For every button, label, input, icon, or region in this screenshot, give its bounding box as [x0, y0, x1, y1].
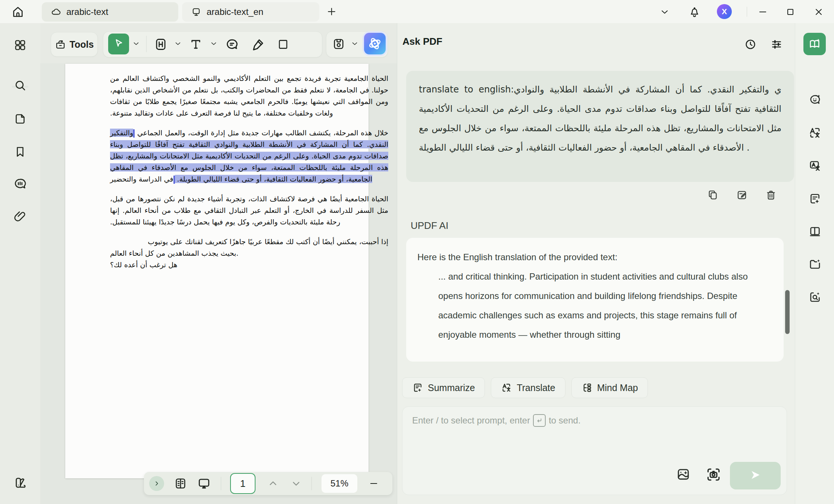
maximize-button[interactable] — [784, 6, 797, 18]
doc-paragraph-2-pre: خلال هذه المرحلة، يكتشف الطالب مهارات جد… — [135, 129, 388, 137]
message-actions — [707, 189, 777, 201]
presentation-mode-icon[interactable] — [197, 476, 211, 491]
close-button[interactable] — [812, 6, 825, 18]
placeholder-after: to send. — [549, 415, 580, 426]
tab-label: arabic-text_en — [207, 7, 263, 17]
screenshot-camera-icon[interactable] — [705, 466, 722, 483]
thumbnails-grid-icon[interactable] — [13, 38, 27, 52]
edit-text-chevron-icon[interactable] — [174, 40, 182, 48]
pager-divider — [221, 477, 221, 490]
pdf-viewer: الحياة الجامعية تجربة فريدة تجمع بين الت… — [40, 63, 397, 504]
minimize-button[interactable] — [756, 6, 769, 18]
pen-markup-tool-icon[interactable] — [251, 37, 266, 52]
search-icon[interactable] — [13, 78, 27, 92]
select-tool-button[interactable] — [108, 34, 129, 54]
mind-map-icon — [581, 382, 593, 393]
pdf-page[interactable]: الحياة الجامعية تجربة فريدة تجمع بين الت… — [65, 64, 369, 478]
ai-sender-label: UPDF AI — [411, 220, 448, 231]
ask-pdf-panel: Ask PDF translate to english:ي والتفكير … — [397, 23, 795, 504]
ai-files-folder-icon[interactable] — [808, 258, 822, 271]
zoom-value: 51% — [330, 478, 348, 489]
doc-paragraph-3: الحياة الجامعية أيضًا هي فرصة لاكتشاف ال… — [110, 193, 388, 228]
save-chevron-icon[interactable] — [351, 40, 359, 48]
ai-chat-icon[interactable] — [808, 93, 822, 106]
delete-trash-icon[interactable] — [765, 189, 777, 201]
edit-note-icon[interactable] — [736, 189, 748, 201]
summarize-icon — [412, 382, 423, 393]
ai-response-card[interactable]: Here is the English translation of the p… — [406, 238, 784, 362]
copy-icon[interactable] — [707, 189, 719, 201]
ai-response-intro: Here is the English translation of the p… — [417, 248, 772, 267]
document-text: الحياة الجامعية تجربة فريدة تجمع بين الت… — [110, 73, 388, 271]
translate-button[interactable]: Translate — [491, 377, 565, 398]
settings-sliders-icon[interactable] — [770, 38, 783, 51]
save-icon[interactable] — [332, 37, 345, 51]
cloud-icon — [51, 7, 61, 17]
edit-text-tool-icon[interactable] — [154, 37, 168, 51]
history-clock-icon[interactable] — [744, 38, 757, 51]
previous-page-button[interactable] — [267, 478, 279, 489]
tab-arabic-text[interactable]: arabic-text — [42, 2, 178, 22]
shape-rectangle-tool-icon[interactable] — [277, 38, 289, 51]
mind-map-button[interactable]: Mind Map — [571, 377, 648, 398]
user-message-text: translate to english:ي والتفكير النقدي. … — [419, 84, 781, 153]
toolbar-divider — [146, 36, 147, 52]
zoom-level-display[interactable]: 51% — [322, 474, 357, 493]
summarize-button[interactable]: Summarize — [402, 377, 485, 398]
doc-paragraph-2-post: في الدراسة والتحضير — [110, 175, 173, 183]
comments-icon[interactable] — [13, 177, 27, 191]
new-tab-button[interactable] — [326, 6, 337, 17]
pages-icon[interactable] — [13, 112, 27, 126]
ask-pdf-active-button[interactable] — [803, 33, 826, 55]
pager-divider — [311, 477, 312, 490]
attachment-paperclip-icon[interactable] — [13, 210, 27, 224]
chat-scrollbar[interactable] — [785, 290, 790, 334]
next-page-button[interactable] — [291, 478, 302, 489]
add-text-tool-icon[interactable] — [189, 37, 203, 51]
send-arrow-icon — [749, 469, 762, 483]
titlebar: arabic-text arabic-text_en X — [0, 0, 834, 23]
selection-handle-end[interactable] — [173, 176, 175, 184]
user-message-bubble[interactable]: translate to english:ي والتفكير النقدي. … — [406, 71, 794, 182]
send-button[interactable] — [730, 462, 781, 489]
zoom-out-button[interactable] — [369, 478, 379, 489]
home-button[interactable] — [10, 4, 26, 19]
cursor-icon — [113, 38, 124, 50]
enter-key-icon — [533, 414, 546, 427]
user-avatar[interactable]: X — [717, 4, 732, 19]
home-icon — [11, 5, 25, 19]
avatar-initial: X — [722, 7, 727, 16]
right-sidebar — [795, 23, 834, 504]
reader-layout-icon[interactable] — [808, 225, 822, 238]
doc-paragraph-1: الحياة الجامعية تجربة فريدة تجمع بين الت… — [110, 73, 388, 119]
placeholder-before: Enter / to select prompt, enter — [412, 415, 530, 426]
doc-paragraph-4-line-1: إذا أحببت، يمكنني أيضًا أن أكتب لك مقطعً… — [110, 236, 388, 248]
translate-icon — [501, 382, 512, 393]
tab-arabic-text-en[interactable]: arabic-text_en — [182, 2, 319, 22]
insert-image-icon[interactable] — [675, 466, 691, 482]
add-text-chevron-icon[interactable] — [210, 40, 218, 48]
panel-title: Ask PDF — [402, 36, 442, 47]
translate-label: Translate — [517, 382, 555, 393]
comment-tool-icon[interactable] — [225, 37, 239, 52]
ai-summary-icon[interactable] — [808, 192, 822, 205]
expand-pager-button[interactable] — [149, 476, 164, 491]
translate-text-icon[interactable] — [808, 126, 822, 139]
prompt-placeholder: Enter / to select prompt, enter to send. — [412, 414, 581, 427]
page-number-input[interactable]: 1 — [230, 473, 255, 494]
prompt-input[interactable]: Enter / to select prompt, enter to send. — [402, 406, 787, 495]
collapse-toolbar-chevron[interactable] — [658, 6, 671, 18]
swatches-palette-icon[interactable] — [13, 476, 27, 490]
select-tool-chevron-icon[interactable] — [132, 40, 140, 48]
two-page-view-icon[interactable] — [174, 477, 187, 490]
bookmark-icon[interactable] — [13, 145, 27, 159]
translate-page-icon[interactable] — [808, 159, 822, 172]
document-tab-icon — [191, 7, 201, 17]
notifications-bell-icon[interactable] — [688, 6, 701, 18]
quick-actions-row: Summarize Translate Mind Map — [402, 377, 648, 398]
ai-search-icon[interactable] — [808, 290, 822, 304]
page-navigation-bar: 1 51% — [144, 472, 392, 495]
updf-ai-button[interactable] — [364, 33, 386, 54]
tools-button[interactable]: Tools — [51, 32, 98, 57]
titlebar-divider — [747, 7, 747, 17]
